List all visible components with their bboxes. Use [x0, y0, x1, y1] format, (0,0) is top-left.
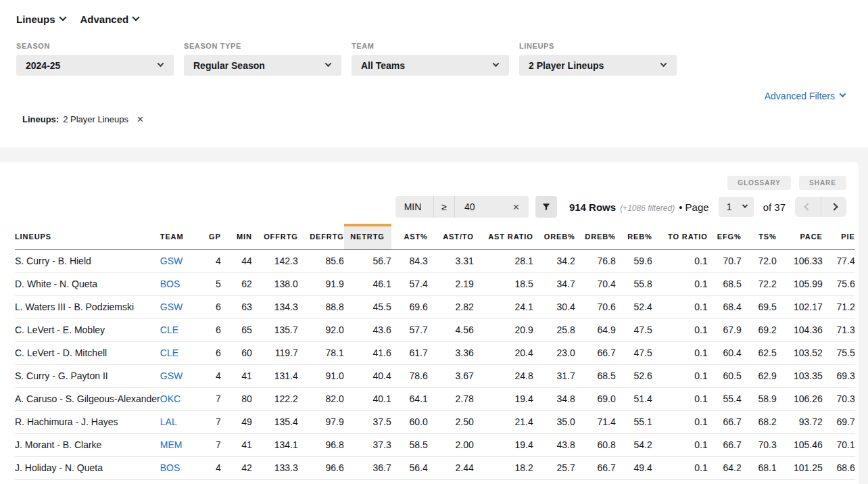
chevron-down-icon	[158, 60, 164, 67]
rows-count: 914 Rows	[569, 201, 616, 213]
column-header-defrtg[interactable]: DEFRTG	[298, 224, 344, 249]
stat-cell: 102.17	[777, 295, 823, 318]
lineups-size-select[interactable]: 2 Player Lineups	[519, 55, 677, 76]
column-header-pace[interactable]: PACE	[777, 224, 823, 249]
glossary-button[interactable]: GLOSSARY	[727, 176, 791, 190]
stat-cell: 55.8	[616, 272, 652, 295]
column-header-efg-[interactable]: EFG%	[708, 224, 742, 249]
stat-cell: 70.3	[742, 433, 777, 456]
team-link[interactable]: GSW	[160, 256, 183, 266]
stat-cell: 60	[221, 341, 252, 364]
lineup-name: D. White - N. Queta	[15, 272, 160, 295]
team-link[interactable]: GSW	[160, 370, 183, 381]
column-header-netrtg[interactable]: NETRTG	[344, 224, 391, 249]
column-header-team[interactable]: TEAM	[160, 224, 195, 249]
stat-cell: 0.1	[652, 387, 708, 410]
stat-cell: 66.7	[575, 456, 616, 479]
stat-cell: 2.44	[428, 456, 474, 479]
stat-cell: 64.1	[391, 387, 428, 410]
share-button[interactable]: SHARE	[799, 176, 846, 190]
column-header-to-ratio[interactable]: TO RATIO	[652, 224, 708, 249]
quick-filter-value-input[interactable]: 40	[455, 196, 504, 218]
stat-cell: 0.1	[652, 456, 708, 479]
stat-cell: 135.4	[252, 410, 298, 433]
team-link[interactable]: BOS	[160, 279, 180, 289]
stat-cell: 37.3	[344, 433, 391, 456]
column-header-pie[interactable]: PIE	[823, 224, 855, 249]
column-header-reb-[interactable]: REB%	[616, 224, 652, 249]
stat-cell: 6	[195, 318, 221, 341]
stat-cell: 21.4	[474, 410, 533, 433]
lineups-dropdown-label: Lineups	[16, 14, 55, 25]
chip-remove-icon[interactable]: ✕	[137, 114, 144, 124]
quick-filter-operator[interactable]: ≥	[434, 196, 455, 218]
column-header-min[interactable]: MIN	[221, 224, 252, 249]
season-select[interactable]: 2024-25	[16, 55, 174, 76]
column-header-ts-[interactable]: TS%	[742, 224, 777, 249]
team-filter-label: TEAM	[352, 42, 509, 50]
team-link[interactable]: GSW	[160, 301, 183, 312]
stat-cell: 40.4	[344, 364, 391, 387]
content-background: GLOSSARY SHARE MIN ≥ 40 ✕ 914 Rows (+108…	[0, 147, 868, 484]
stat-cell: 133.3	[252, 456, 298, 479]
next-page-button[interactable]	[821, 197, 846, 217]
stat-cell: 4	[195, 249, 221, 272]
column-header-lineups[interactable]: LINEUPS	[15, 224, 160, 249]
lineup-name: C. LeVert - D. Mitchell	[15, 341, 160, 364]
column-header-offrtg[interactable]: OFFRTG	[252, 224, 298, 249]
team-link[interactable]: CLE	[160, 347, 178, 358]
stat-cell: 54.2	[616, 433, 652, 456]
page-select[interactable]: 1	[719, 197, 754, 217]
stat-cell: 72.0	[742, 249, 777, 272]
team-link[interactable]: CLE	[160, 324, 178, 335]
filter-funnel-button[interactable]	[535, 196, 557, 218]
team-link[interactable]: BOS	[160, 462, 180, 473]
stats-table-wrapper: LINEUPSTEAMGPMINOFFRTGDEFRTGNETRTGAST%AS…	[15, 224, 859, 480]
advanced-dropdown[interactable]: Advanced	[80, 14, 139, 25]
stat-cell: 30.4	[533, 295, 575, 318]
team-select[interactable]: All Teams	[352, 55, 509, 76]
table-row: C. LeVert - E. MobleyCLE665135.792.043.6…	[15, 318, 855, 341]
column-header-oreb-[interactable]: OREB%	[533, 224, 575, 249]
stat-cell: 25.8	[533, 318, 575, 341]
stat-cell: 78.6	[391, 364, 428, 387]
lineup-name: C. LeVert - E. Mobley	[15, 318, 160, 341]
stat-category-nav: Lineups Advanced	[16, 14, 139, 25]
stat-cell: 58.9	[742, 387, 777, 410]
column-header-dreb-[interactable]: DREB%	[575, 224, 616, 249]
quick-filter-clear-icon[interactable]: ✕	[504, 196, 529, 218]
stat-cell: 62.5	[742, 341, 777, 364]
column-header-ast-[interactable]: AST%	[391, 224, 428, 249]
team-link[interactable]: OKC	[160, 393, 180, 404]
stat-cell: 55.4	[708, 387, 742, 410]
stat-cell: 61.7	[391, 341, 428, 364]
stat-cell: 34.8	[533, 387, 575, 410]
stat-cell: 34.7	[533, 272, 575, 295]
team-link[interactable]: LAL	[160, 416, 177, 427]
stat-cell: 135.7	[252, 318, 298, 341]
stat-cell: 66.7	[708, 433, 742, 456]
quick-filter-field[interactable]: MIN	[395, 196, 435, 218]
stat-cell: 68.1	[742, 456, 777, 479]
stat-cell: 119.7	[252, 341, 298, 364]
previous-page-button[interactable]	[795, 197, 821, 217]
stat-cell: 3.31	[428, 249, 474, 272]
season-type-select[interactable]: Regular Season	[184, 55, 341, 76]
lineups-dropdown[interactable]: Lineups	[16, 14, 66, 25]
stat-cell: 41	[221, 433, 252, 456]
stat-cell: 96.8	[298, 433, 344, 456]
advanced-filters-toggle[interactable]: Advanced Filters	[765, 91, 845, 101]
stat-cell: 0.1	[652, 341, 708, 364]
lineups-stats-table: LINEUPSTEAMGPMINOFFRTGDEFRTGNETRTGAST%AS…	[15, 224, 855, 480]
stat-cell: 7	[195, 387, 221, 410]
stat-cell: 68.5	[708, 272, 742, 295]
chevron-down-icon	[59, 14, 66, 21]
team-link[interactable]: MEM	[160, 439, 183, 450]
lineup-name: A. Caruso - S. Gilgeous-Alexander	[15, 387, 160, 410]
team-filter: TEAM All Teams	[352, 42, 509, 76]
table-row: L. Waters III - B. PodziemskiGSW663134.3…	[15, 295, 855, 318]
column-header-ast-to[interactable]: AST/TO	[428, 224, 474, 249]
column-header-ast-ratio[interactable]: AST RATIO	[474, 224, 533, 249]
stat-cell: 0.1	[652, 249, 708, 272]
column-header-gp[interactable]: GP	[195, 224, 221, 249]
